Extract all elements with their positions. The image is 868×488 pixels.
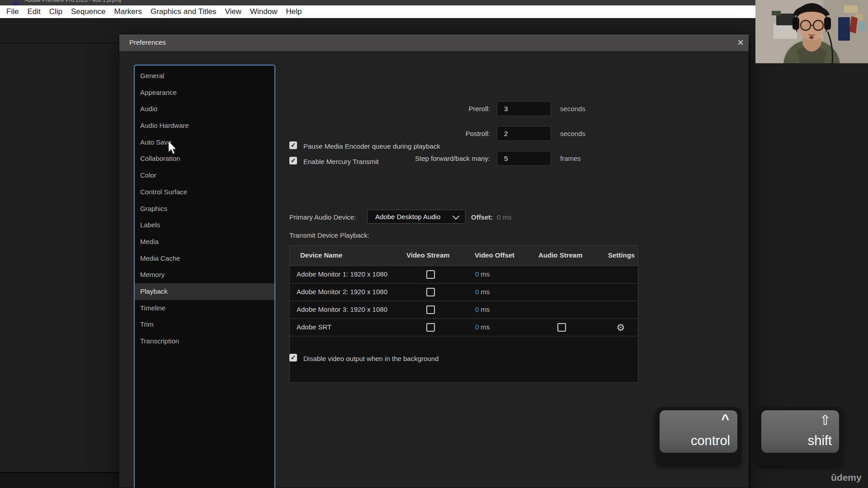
video-stream-cell: [412, 301, 448, 318]
pref-category-transcription[interactable]: Transcription: [135, 333, 274, 350]
lower-panel-edge: [0, 472, 119, 488]
pref-category-media-cache[interactable]: Media Cache: [135, 250, 274, 267]
postroll-unit: seconds: [560, 130, 585, 137]
menu-edit[interactable]: Edit: [26, 7, 41, 16]
control-glyph-icon: ^: [721, 411, 729, 427]
transmit-device-playback-label: Transmit Device Playback:: [289, 231, 369, 239]
video-stream-checkbox[interactable]: [426, 305, 435, 314]
offset-unit: ms: [481, 288, 490, 296]
app-icon: [14, 1, 19, 5]
offset-number: 0: [475, 323, 479, 331]
offset-number: 0: [475, 270, 479, 278]
menu-clip[interactable]: Clip: [48, 7, 63, 16]
column-video-offset: Video Offset: [475, 251, 514, 259]
pref-category-media[interactable]: Media: [135, 234, 274, 250]
primary-audio-device-dropdown[interactable]: Adobe Desktop Audio: [367, 210, 466, 224]
menu-bar: FileEditClipSequenceMarkersGraphics and …: [0, 5, 868, 18]
udemy-watermark: ûdemy: [831, 472, 862, 483]
pref-category-auto-save[interactable]: Auto Save: [135, 134, 274, 151]
video-stream-cell: [412, 319, 448, 336]
offset-unit: ms: [481, 305, 490, 313]
offset-label: Offset:: [471, 213, 493, 221]
menu-window[interactable]: Window: [249, 7, 278, 16]
column-video-stream: Video Stream: [406, 251, 450, 259]
step-many-input[interactable]: 5: [497, 151, 551, 166]
pref-category-general[interactable]: General: [135, 68, 274, 84]
pref-category-appearance[interactable]: Appearance: [135, 84, 274, 101]
shift-key-overlay: ⇧ shift: [757, 407, 843, 466]
device-row-adobe-srt: Adobe SRT0ms⚙: [290, 319, 638, 337]
menu-file[interactable]: File: [5, 7, 19, 16]
step-many-unit: frames: [560, 155, 581, 162]
category-list-inner: GeneralAppearanceAudioAudio HardwareAuto…: [135, 68, 274, 350]
project-panel: [0, 43, 119, 473]
webcam-scene: [755, 0, 868, 63]
dialog-title: Preferences: [129, 38, 166, 46]
video-stream-checkbox[interactable]: [426, 270, 435, 279]
pref-category-trim[interactable]: Trim: [135, 316, 274, 333]
offset-number: 0: [475, 288, 479, 296]
shift-glyph-icon: ⇧: [820, 412, 831, 428]
pref-category-collaboration[interactable]: Collaboration: [135, 150, 274, 167]
preferences-category-list: GeneralAppearanceAudioAudio HardwareAuto…: [134, 65, 275, 488]
menu-sequence[interactable]: Sequence: [70, 7, 107, 16]
offset-value: 0 ms: [497, 213, 512, 221]
pref-category-control-surface[interactable]: Control Surface: [135, 184, 274, 201]
webcam-overlay: [755, 0, 868, 63]
device-name: Adobe Monitor 2: 868 x 488: [297, 288, 387, 296]
mouse-cursor: [168, 141, 179, 155]
primary-audio-device-label: Primary Audio Device:: [289, 213, 356, 221]
video-stream-checkbox[interactable]: [426, 323, 435, 332]
pause-encoder-checkbox[interactable]: ✓: [289, 141, 297, 149]
preferences-dialog: Preferences × GeneralAppearanceAudioAudi…: [119, 34, 749, 488]
shift-keycap: ⇧ shift: [761, 410, 839, 453]
close-icon[interactable]: ×: [733, 35, 748, 50]
preroll-input[interactable]: 3: [497, 101, 551, 116]
dialog-header[interactable]: Preferences ×: [119, 34, 749, 51]
pause-encoder-label: Pause Media Encoder queue during playbac…: [303, 142, 440, 150]
preroll-unit: seconds: [560, 105, 585, 113]
gear-icon[interactable]: ⚙: [617, 323, 625, 332]
dropdown-value: Adobe Desktop Audio: [375, 213, 440, 221]
mercury-transmit-label: Enable Mercury Transmit: [303, 158, 379, 165]
mercury-transmit-checkbox[interactable]: ✓: [289, 157, 297, 164]
menu-view[interactable]: View: [224, 7, 243, 16]
column-settings: Settings: [608, 251, 635, 259]
window-titlebar: Adobe Premiere Pro 2023 - edit 1.prproj: [0, 0, 868, 5]
screen: Adobe Premiere Pro 2023 - edit 1.prproj …: [0, 0, 868, 488]
offset-unit: ms: [481, 323, 490, 331]
pref-category-graphics[interactable]: Graphics: [135, 201, 274, 217]
postroll-label: Postroll:: [354, 130, 490, 137]
audio-stream-checkbox[interactable]: [557, 323, 566, 332]
disable-video-output-checkbox[interactable]: ✓: [289, 354, 297, 361]
table-body: Adobe Monitor 1: 1920 x 10800msAdobe Mon…: [290, 266, 638, 337]
control-key-overlay: ^ control: [656, 407, 741, 466]
pref-category-labels[interactable]: Labels: [135, 217, 274, 234]
pref-category-memory[interactable]: Memory: [135, 267, 274, 283]
device-name: Adobe SRT: [297, 323, 331, 331]
preroll-label: Preroll:: [354, 105, 490, 113]
video-stream-cell: [412, 266, 448, 283]
video-offset-value[interactable]: 0ms: [475, 323, 490, 331]
video-offset-value[interactable]: 0ms: [475, 288, 490, 296]
pref-category-audio[interactable]: Audio: [135, 101, 274, 117]
pref-category-timeline[interactable]: Timeline: [135, 300, 274, 317]
device-name: Adobe Monitor 1: 868 x 488: [297, 270, 387, 278]
window-title: Adobe Premiere Pro 2023 - edit 1.prproj: [25, 0, 121, 3]
video-offset-value[interactable]: 0ms: [475, 270, 490, 278]
offset-number: 0: [475, 305, 479, 313]
settings-cell: ⚙: [603, 319, 638, 336]
menu-graphics-and-titles[interactable]: Graphics and Titles: [150, 7, 217, 16]
menu-markers[interactable]: Markers: [113, 7, 143, 16]
video-offset-value[interactable]: 0ms: [475, 305, 490, 313]
audio-stream-cell: [543, 319, 580, 336]
device-row-adobe-monitor-2-1920-x-1080: Adobe Monitor 2: 1920 x 10800ms: [290, 284, 638, 301]
menu-help[interactable]: Help: [285, 7, 303, 16]
video-stream-checkbox[interactable]: [426, 288, 435, 296]
device-name: Adobe Monitor 3: 868 x 488: [297, 305, 387, 313]
control-keycap: ^ control: [660, 410, 737, 453]
postroll-input[interactable]: 2: [497, 126, 551, 141]
pref-category-audio-hardware[interactable]: Audio Hardware: [135, 117, 274, 134]
pref-category-playback[interactable]: Playback: [135, 283, 274, 300]
pref-category-color[interactable]: Color: [135, 167, 274, 184]
